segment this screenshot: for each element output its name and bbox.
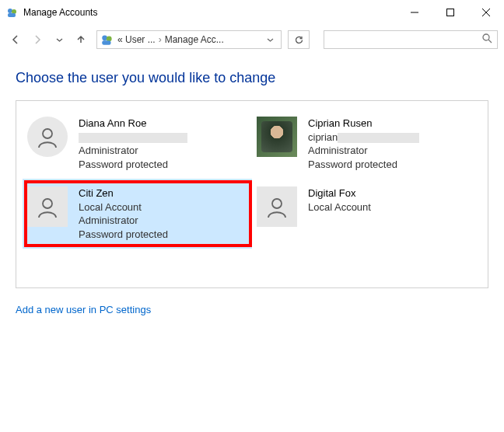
account-item[interactable]: Ciprian Rusen ciprian Administrator Pass… xyxy=(252,109,481,179)
app-icon xyxy=(6,6,19,19)
window-title: Manage Accounts xyxy=(23,7,97,18)
close-button[interactable] xyxy=(468,0,504,25)
svg-rect-2 xyxy=(8,13,16,17)
search-input[interactable] xyxy=(329,34,482,45)
svg-point-0 xyxy=(8,9,12,13)
minimize-button[interactable] xyxy=(397,0,432,25)
account-role: Administrator xyxy=(308,144,419,158)
svg-point-10 xyxy=(483,34,489,40)
account-role: Administrator xyxy=(79,144,187,158)
account-name: Citi Zen xyxy=(79,186,168,200)
account-protection: Password protected xyxy=(79,158,187,172)
content: Choose the user you would like to change… xyxy=(0,54,504,316)
account-name: Diana Ann Roe xyxy=(79,117,187,131)
svg-point-12 xyxy=(43,129,52,138)
account-item[interactable]: Digital Fox Local Account xyxy=(252,179,481,249)
avatar xyxy=(257,117,297,157)
maximize-button[interactable] xyxy=(432,0,468,25)
account-item-selected[interactable]: Citi Zen Local Account Administrator Pas… xyxy=(23,179,252,249)
svg-point-13 xyxy=(43,199,52,208)
page-heading: Choose the user you would like to change xyxy=(16,70,488,86)
account-type: Local Account xyxy=(79,200,168,214)
search-icon xyxy=(482,33,492,47)
forward-button[interactable] xyxy=(28,30,47,49)
account-role: Administrator xyxy=(79,214,168,228)
avatar xyxy=(257,186,297,227)
accounts-container: Diana Ann Roe Administrator Password pro… xyxy=(16,100,488,288)
avatar xyxy=(27,117,68,157)
account-type: Local Account xyxy=(308,200,371,214)
account-name: Ciprian Rusen xyxy=(308,117,419,131)
up-button[interactable] xyxy=(72,30,90,49)
toolbar: « User ... › Manage Acc... xyxy=(0,25,504,54)
back-button[interactable] xyxy=(6,30,25,49)
svg-point-14 xyxy=(272,199,282,208)
account-protection: Password protected xyxy=(79,228,168,242)
address-dropdown[interactable] xyxy=(262,37,278,44)
recent-dropdown[interactable] xyxy=(50,30,68,49)
account-name: Digital Fox xyxy=(308,186,371,200)
redacted-email xyxy=(79,133,187,143)
address-bar[interactable]: « User ... › Manage Acc... xyxy=(96,30,282,49)
chevron-right-icon: › xyxy=(159,34,162,45)
svg-point-7 xyxy=(102,35,107,40)
svg-line-11 xyxy=(488,40,492,43)
svg-rect-9 xyxy=(102,40,110,45)
address-icon xyxy=(100,33,114,47)
window-controls xyxy=(397,0,504,25)
breadcrumb[interactable]: « User ... › Manage Acc... xyxy=(117,34,262,45)
add-user-link[interactable]: Add a new user in PC settings xyxy=(16,304,151,315)
svg-rect-4 xyxy=(447,9,454,16)
account-item[interactable]: Diana Ann Roe Administrator Password pro… xyxy=(23,109,252,179)
redacted-email xyxy=(338,133,419,143)
account-protection: Password protected xyxy=(308,158,419,172)
search-box[interactable] xyxy=(324,30,498,49)
titlebar: Manage Accounts xyxy=(0,0,504,25)
avatar xyxy=(27,186,68,227)
refresh-button[interactable] xyxy=(288,30,310,49)
